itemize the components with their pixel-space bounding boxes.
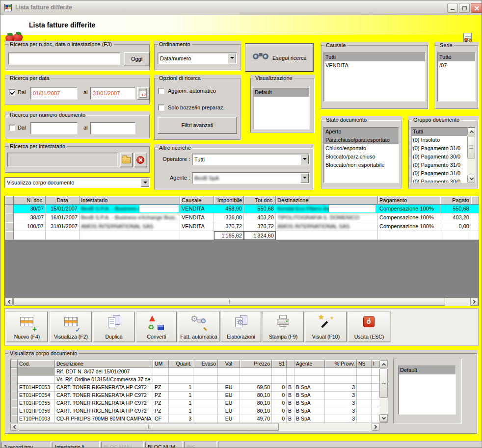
detail-row[interactable]: ET01HP0054CART. TONER RIGENERATA HP C972… [11,392,388,399]
date-from-input[interactable]: 01/01/2007 [30,87,78,100]
duplica-button[interactable]: Duplica [93,312,134,342]
row-selector[interactable] [5,213,14,222]
chevron-down-icon[interactable] [141,178,149,187]
scroll-left-icon[interactable] [10,423,18,431]
row-selector[interactable] [11,407,18,415]
scroll-thumb[interactable] [19,423,279,431]
detail-row[interactable]: Vs. Rif. Ordine 013154/Commessa 37 de [11,376,388,384]
column-header-desc[interactable]: Descrizione [55,360,153,368]
visualizza-f2-button[interactable]: ✓Visualizza (F2) [50,312,92,342]
list-item[interactable]: Tutti [324,53,425,61]
column-header-um[interactable]: UM [153,360,169,368]
date-dal-checkbox[interactable] [9,89,15,96]
scroll-down-icon[interactable] [379,414,388,422]
nuovo-f4-button[interactable]: +Nuovo (F4) [6,312,48,342]
column-header-b[interactable] [287,360,295,368]
numdoc-dal-checkbox[interactable] [9,125,15,131]
row-selector[interactable] [11,392,18,399]
column-header-agente[interactable]: Agente [295,360,325,368]
row-selector[interactable] [5,196,14,205]
detail-row[interactable]: ET01HP0055CART. TONER RIGENERATA HP C972… [11,399,388,407]
column-header-destinazione[interactable]: Destinazione [276,196,378,205]
scroll-left-icon[interactable] [5,298,13,306]
row-selector[interactable] [5,231,14,240]
ordinamento-combobox[interactable]: Data/numero [158,53,237,64]
invoice-row[interactable]: 38/0716/01/2007BexB S.P.A. - Business eX… [5,213,478,222]
column-header-i[interactable]: I [372,360,380,368]
scroll-down-icon[interactable] [467,175,475,183]
chevron-down-icon[interactable] [228,53,236,63]
scroll-thumb[interactable] [13,298,445,306]
calendar-button[interactable]: 12 [137,87,150,100]
row-selector[interactable] [11,384,18,392]
list-item[interactable]: (0) Pagamento 30/0 [411,153,475,161]
list-item[interactable]: Default [253,88,309,97]
stampa-f9-button[interactable]: Stampa (F9) [263,312,304,342]
column-header-data[interactable]: Data [46,196,80,205]
row-selector[interactable] [11,368,18,376]
list-item[interactable]: Default [399,366,455,374]
search-input[interactable] [8,53,120,65]
clear-intestatario-button[interactable] [134,153,147,167]
column-header-pagamento[interactable]: Pagamento [378,196,440,205]
column-header-imponibile[interactable]: Imponibile [214,196,244,205]
detail-row[interactable]: ET01HP0056CART. TONER RIGENERATA HP C972… [11,407,388,415]
chevron-down-icon[interactable] [300,173,309,183]
list-item[interactable]: VENDITA [324,61,425,70]
column-header-cod[interactable]: Cod. [18,360,55,368]
date-to-input[interactable]: 31/01/2007 [90,87,135,100]
intestatario-input[interactable] [7,153,118,167]
today-button[interactable]: Oggi [124,52,150,66]
scroll-right-icon[interactable] [470,298,478,306]
aggiorn-automatico-checkbox[interactable] [158,88,164,94]
column-header-quant[interactable]: Quant. [169,360,193,368]
list-item[interactable]: (0) Pagamento 31/0 [411,169,475,178]
detail-row[interactable]: ET01HP0053CART. TONER RIGENERATA HP C972… [11,384,388,392]
list-item[interactable]: Chiuso/esportato [324,144,399,153]
invoice-grid-hscrollbar[interactable] [5,298,478,306]
row-selector[interactable] [11,399,18,407]
fatt-automatica-button[interactable]: ⚙⚙Fatt. automatica [178,312,219,342]
list-item[interactable]: (0) Pagamento 31/0 [411,161,475,169]
esegui-ricerca-button[interactable]: Esegui ricerca [245,44,313,72]
row-selector[interactable] [11,360,18,368]
column-header-causale[interactable]: Causale [180,196,214,205]
browse-intestatario-button[interactable] [120,153,133,167]
column-header-val[interactable]: Val [218,360,240,368]
scroll-up-icon[interactable] [379,360,388,368]
chevron-down-icon[interactable] [300,155,309,164]
row-selector[interactable] [5,222,14,231]
list-item[interactable]: (0) Insoluto [411,136,475,144]
column-header-evaso[interactable]: Evaso [193,360,218,368]
operatore-combobox[interactable]: Tutti [192,154,310,165]
elaborazioni-button[interactable]: ⚙Elaborazioni [221,312,261,342]
scroll-up-icon[interactable] [467,128,475,135]
column-header-provv[interactable]: % Provv. [325,360,357,368]
list-item[interactable]: Parz.chiuso/parz.esportato [324,136,399,144]
corpo-documento-combobox[interactable]: Visualizza corpo documento [4,177,150,188]
column-header-totdoc[interactable]: Tot.doc. [244,196,276,205]
list-item[interactable]: Aperto [324,128,399,136]
numdoc-to-input[interactable] [90,122,135,134]
list-item[interactable]: Tutte [438,53,475,61]
detail-grid-hscrollbar[interactable] [10,423,379,431]
column-header-prezzo[interactable]: Prezzo [240,360,272,368]
gruppo-scrollbar[interactable] [467,128,475,183]
column-header-ns[interactable]: NS [357,360,372,368]
column-header-ndoc[interactable]: N. doc. [14,196,46,205]
agente-combobox[interactable]: BexB SpA [192,172,310,184]
column-header-pagato[interactable]: Pagato [440,196,471,205]
invoice-row[interactable]: 30/0715/01/2007BexB S.P.A. - Business eX… [5,205,478,213]
uscita-esc-button[interactable]: Uscita (ESC) [348,312,390,342]
list-item[interactable]: /07 [438,61,475,70]
row-selector[interactable] [11,415,18,423]
visual-f10-button[interactable]: ★★Visual (F10) [305,312,347,342]
list-item[interactable]: (0) Pagamento 30/0 [411,178,475,183]
detail-grid-vscrollbar[interactable] [379,360,388,422]
list-item[interactable]: Bloccato/non esportabile [324,161,399,169]
scroll-thumb[interactable] [467,136,475,158]
filtri-avanzati-button[interactable]: Filtri avanzati [158,117,237,134]
list-item[interactable]: Tutti [411,128,475,136]
invoice-row[interactable]: 100/0731/01/2007AMOS INTERNATIONAL SASVE… [5,222,478,231]
minimize-button[interactable] [447,3,458,13]
